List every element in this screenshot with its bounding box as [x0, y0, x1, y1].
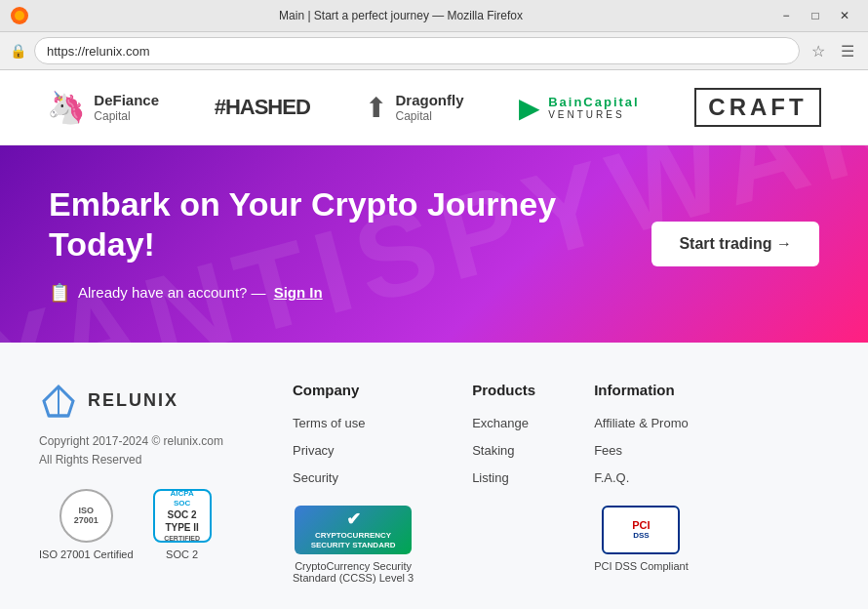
- footer-logo-name: RELUNIX: [88, 390, 178, 411]
- privacy-link[interactable]: Privacy: [293, 443, 335, 458]
- signin-link[interactable]: Sign In: [274, 284, 323, 301]
- browser-chrome: Main | Start a perfect journey — Mozilla…: [0, 0, 868, 70]
- svg-point-1: [15, 11, 24, 20]
- listing-link[interactable]: Listing: [472, 470, 509, 485]
- security-lock-icon: 🔒: [10, 43, 26, 59]
- hero-content: Embark on Your Crypto Journey Today! 📋 A…: [49, 184, 651, 304]
- footer-logo: RELUNIX: [39, 382, 254, 421]
- pci-badge-text: DSS: [633, 531, 649, 540]
- pci-badge: PCI DSS: [602, 506, 680, 554]
- list-item: Terms of use: [293, 414, 414, 431]
- footer: RELUNIX Copyright 2017-2024 © relunix.co…: [0, 343, 868, 609]
- exchange-link[interactable]: Exchange: [472, 416, 529, 430]
- copyright-text: Copyright 2017-2024 © relunix.com: [39, 434, 223, 448]
- footer-certs: ISO27001 ISO 27001 Certified AICPASOC SO…: [39, 489, 254, 560]
- footer-copyright: Copyright 2017-2024 © relunix.com All Ri…: [39, 432, 254, 469]
- faq-link[interactable]: F.A.Q.: [594, 470, 629, 485]
- list-item: Staking: [472, 441, 535, 459]
- soc-cert: AICPASOC SOC 2TYPE II CERTIFIED SOC 2: [153, 489, 212, 560]
- iso-cert: ISO27001 ISO 27001 Certified: [39, 489, 134, 560]
- address-bar: 🔒 ☆ ☰: [0, 32, 868, 69]
- hero-signin-row: 📋 Already have an account? — Sign In: [49, 282, 651, 304]
- footer-col-information: Information Affiliate & Promo Fees F.A.Q…: [594, 382, 689, 584]
- soc-type-text: SOC 2TYPE II: [165, 508, 198, 534]
- iso-badge-text: ISO27001: [74, 506, 99, 527]
- company-heading: Company: [293, 382, 414, 398]
- dragonfly-sub: Capital: [395, 109, 463, 123]
- products-heading: Products: [472, 382, 535, 398]
- defiance-icon: 🦄: [47, 89, 86, 126]
- list-item: Exchange: [472, 414, 535, 431]
- list-item: Privacy: [293, 441, 414, 459]
- information-links: Affiliate & Promo Fees F.A.Q.: [594, 414, 689, 486]
- signin-wallet-icon: 📋: [49, 282, 70, 304]
- pci-block: PCI DSS PCI DSS Compliant: [594, 506, 689, 572]
- affiliate-link[interactable]: Affiliate & Promo: [594, 416, 689, 430]
- browser-titlebar: Main | Start a perfect journey — Mozilla…: [0, 0, 868, 32]
- list-item: Fees: [594, 441, 689, 459]
- footer-nav: Company Terms of use Privacy Security ✔ …: [293, 382, 829, 584]
- browser-window-buttons[interactable]: − □ ✕: [772, 6, 858, 25]
- ccss-text: CRYPTOCURRENCYSECURITY STANDARD: [307, 531, 400, 551]
- partner-hashed: #HASHED: [215, 95, 310, 120]
- iso-badge: ISO27001: [59, 489, 113, 543]
- minimize-button[interactable]: −: [772, 6, 800, 25]
- hero-signin-text: Already have an account? —: [78, 284, 266, 301]
- maximize-button[interactable]: □: [802, 6, 829, 25]
- bain-name: BainCapital: [548, 95, 640, 109]
- ccss-badge: ✔ CRYPTOCURRENCYSECURITY STANDARD: [295, 506, 412, 554]
- information-heading: Information: [594, 382, 689, 398]
- ccss-check-icon: ✔: [346, 508, 361, 531]
- firefox-icon: [10, 6, 29, 25]
- list-item: Affiliate & Promo: [594, 414, 689, 431]
- dragonfly-icon: ⬆: [365, 92, 387, 124]
- soc-certified-text: CERTIFIED: [164, 534, 200, 543]
- hashed-name: #HASHED: [215, 95, 310, 120]
- soc-badge-text: AICPASOC: [170, 489, 193, 509]
- browser-title: Main | Start a perfect journey — Mozilla…: [29, 9, 772, 22]
- pci-dss-text: PCI: [632, 519, 650, 531]
- list-item: Listing: [472, 468, 535, 486]
- footer-col-products: Products Exchange Staking Listing: [472, 382, 535, 584]
- browser-window-controls: [10, 6, 29, 25]
- pci-label: PCI DSS Compliant: [594, 560, 689, 572]
- hero-banner: MYANTISPYWARE Embark on Your Crypto Jour…: [0, 145, 868, 343]
- footer-brand: RELUNIX Copyright 2017-2024 © relunix.co…: [39, 382, 254, 584]
- craft-name: CRAFT: [694, 88, 820, 127]
- iso-cert-label: ISO 27001 Certified: [39, 548, 134, 560]
- bookmark-star-icon[interactable]: ☆: [808, 38, 829, 64]
- bain-sub: VENTURES: [548, 109, 640, 120]
- signin-link-text: Sign In: [274, 284, 323, 301]
- staking-link[interactable]: Staking: [472, 443, 514, 458]
- start-trading-button[interactable]: Start trading →: [651, 222, 819, 266]
- partners-bar: 🦄 DeFiance Capital #HASHED ⬆ Dragonfly C…: [0, 70, 868, 145]
- company-links: Terms of use Privacy Security: [293, 414, 414, 486]
- list-item: F.A.Q.: [594, 468, 689, 486]
- hero-title: Embark on Your Crypto Journey Today!: [49, 184, 651, 264]
- ccss-block: ✔ CRYPTOCURRENCYSECURITY STANDARD Crypto…: [293, 506, 414, 584]
- defiance-name: DeFiance: [94, 92, 159, 109]
- security-link[interactable]: Security: [293, 470, 338, 485]
- defiance-sub: Capital: [94, 109, 159, 123]
- footer-col-company: Company Terms of use Privacy Security ✔ …: [293, 382, 414, 584]
- fees-link[interactable]: Fees: [594, 443, 622, 458]
- bain-icon: ▶: [519, 92, 540, 124]
- soc-badge: AICPASOC SOC 2TYPE II CERTIFIED: [153, 489, 212, 543]
- url-input[interactable]: [34, 37, 800, 64]
- terms-link[interactable]: Terms of use: [293, 416, 365, 430]
- partner-craft: CRAFT: [694, 88, 820, 127]
- soc-cert-label: SOC 2: [166, 548, 198, 560]
- hero-cta: Start trading →: [651, 222, 819, 266]
- close-button[interactable]: ✕: [831, 6, 858, 25]
- list-item: Security: [293, 468, 414, 486]
- rights-text: All Rights Reserved: [39, 453, 141, 467]
- dragonfly-name: Dragonfly: [395, 92, 463, 109]
- ccss-label: CryptoCurrency SecurityStandard (CCSS) L…: [293, 560, 414, 584]
- partner-defiance: 🦄 DeFiance Capital: [47, 89, 159, 126]
- products-links: Exchange Staking Listing: [472, 414, 535, 486]
- partner-dragonfly: ⬆ Dragonfly Capital: [365, 92, 463, 124]
- relunix-logo-icon: [39, 382, 78, 421]
- partner-bain: ▶ BainCapital VENTURES: [519, 92, 640, 124]
- browser-menu-icon[interactable]: ☰: [837, 38, 858, 64]
